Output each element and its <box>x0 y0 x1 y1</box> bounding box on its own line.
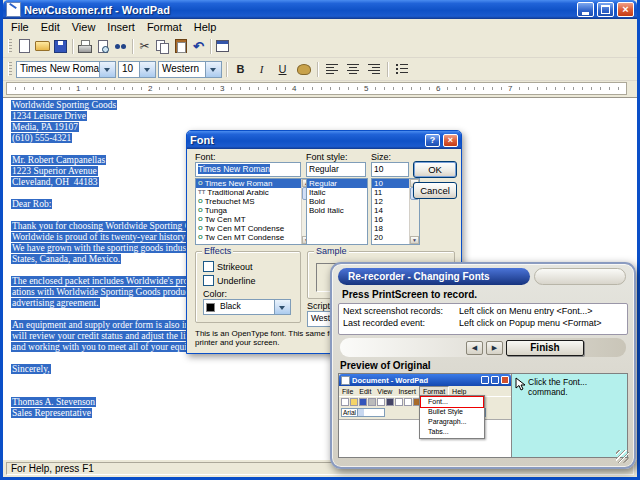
font-list-item[interactable]: OTw Cen MT Condense <box>196 224 302 233</box>
font-color-button[interactable] <box>294 61 313 78</box>
wordpad-icon <box>6 2 21 17</box>
recorder-window: Re-recorder - Changing Fonts Press Print… <box>330 262 636 469</box>
save-icon[interactable] <box>52 38 69 54</box>
palette-icon <box>297 64 311 75</box>
menu-item-view[interactable]: View <box>66 20 102 34</box>
print-preview-icon[interactable] <box>94 38 111 54</box>
script-combo[interactable]: Western <box>158 61 222 78</box>
strikeout-checkbox[interactable]: Strikeout <box>203 261 253 272</box>
maximize-button[interactable] <box>597 2 614 17</box>
style-list-item[interactable]: Bold Italic <box>307 206 367 215</box>
nav-back-button[interactable]: ◀ <box>466 341 483 355</box>
font-list-item[interactable]: OTw Cen MT <box>196 215 302 224</box>
font-name-combo[interactable]: Times New Roman <box>16 61 116 78</box>
menu-item-insert[interactable]: Insert <box>101 20 141 34</box>
font-list-item[interactable]: OTimes New Roman <box>196 179 302 188</box>
help-button[interactable]: ? <box>425 134 440 147</box>
minimize-button[interactable] <box>577 2 594 17</box>
font-input[interactable]: Times New Roman <box>195 162 301 177</box>
mini-popup-item-tabs: Tabs... <box>421 427 483 437</box>
preview-box: Document - WordPad FileEditViewInsertFor… <box>338 373 628 458</box>
font-size-combo[interactable]: 10 <box>118 61 156 78</box>
size-list-item[interactable]: 20 <box>372 233 410 242</box>
font-list-item[interactable]: OTunga <box>196 206 302 215</box>
align-right-button[interactable] <box>364 61 383 78</box>
font-style-listbox: RegularItalicBoldBold Italic <box>306 178 368 245</box>
effects-label: Effects <box>202 246 233 256</box>
mini-wordpad-icon <box>341 376 350 385</box>
cut-icon[interactable]: ✂ <box>136 38 153 54</box>
find-icon[interactable] <box>112 38 129 54</box>
scroll-down-icon[interactable]: ▼ <box>410 236 419 244</box>
font-style-input[interactable]: Regular <box>306 162 366 177</box>
mini-preview-icon <box>377 398 385 406</box>
chevron-down-icon[interactable] <box>274 300 290 314</box>
bullets-button[interactable] <box>392 61 411 78</box>
selected-text: The enclosed packet includes Worldwide's… <box>11 276 206 286</box>
document-line[interactable]: Worldwide Sporting Goods <box>11 100 637 111</box>
size-list-item[interactable]: 11 <box>372 188 410 197</box>
nav-forward-button[interactable]: ▶ <box>486 341 503 355</box>
align-center-button[interactable] <box>343 61 362 78</box>
mini-popup-item-bullet-style: Bullet Style <box>421 407 483 417</box>
minimize-icon <box>582 12 589 15</box>
open-icon[interactable] <box>34 38 51 54</box>
style-list-item[interactable]: Regular <box>307 179 367 188</box>
size-list-item[interactable]: 10 <box>372 179 410 188</box>
selected-text: Media, PA 19107 <box>11 122 79 132</box>
color-combo[interactable]: Black <box>203 299 291 315</box>
formatbar-grip[interactable] <box>8 62 12 76</box>
opentype-icon: O <box>198 179 203 188</box>
ok-button[interactable]: OK <box>413 161 457 178</box>
cancel-button[interactable]: Cancel <box>413 182 457 199</box>
chevron-down-icon[interactable] <box>139 62 155 77</box>
undo-icon[interactable]: ↶ <box>190 38 207 54</box>
selected-text: Worldwide is proud of its twenty-year hi… <box>11 232 207 242</box>
next-record-row: Next screenshot records: Left click on M… <box>339 304 627 316</box>
mini-minimize-button <box>481 376 489 384</box>
font-listbox: OTimes New RomanTTTraditional ArabicOTre… <box>195 178 312 245</box>
recorder-title[interactable]: Re-recorder - Changing Fonts <box>338 268 530 285</box>
finish-button[interactable]: Finish <box>506 340 584 356</box>
italic-button[interactable]: I <box>252 61 271 78</box>
menu-item-help[interactable]: Help <box>188 20 223 34</box>
chevron-down-icon[interactable] <box>205 62 221 77</box>
underline-button[interactable]: U <box>273 61 292 78</box>
style-list-item[interactable]: Bold <box>307 197 367 206</box>
size-list-item[interactable]: 18 <box>372 224 410 233</box>
close-button[interactable]: × <box>617 2 634 17</box>
font-list-item[interactable]: OTrebuchet MS <box>196 197 302 206</box>
new-document-icon[interactable] <box>16 38 33 54</box>
selected-text: and working with you to meet all of your… <box>11 342 212 352</box>
resize-grip[interactable] <box>616 450 629 463</box>
datetime-icon[interactable] <box>214 38 231 54</box>
toolbar-grip[interactable] <box>8 39 12 53</box>
size-list-item[interactable]: 16 <box>372 215 410 224</box>
dialog-close-button[interactable]: × <box>443 134 458 147</box>
recorder-instruction: Press PrintScreen to record. <box>342 289 626 300</box>
style-list-item[interactable]: Italic <box>307 188 367 197</box>
paste-icon[interactable] <box>172 38 189 54</box>
bold-button[interactable]: B <box>231 61 250 78</box>
size-list-item[interactable]: 14 <box>372 206 410 215</box>
menu-item-file[interactable]: File <box>5 20 35 34</box>
size-list-item[interactable]: 12 <box>372 197 410 206</box>
size-input[interactable]: 10 <box>371 162 409 177</box>
menu-item-format[interactable]: Format <box>141 20 188 34</box>
document-line[interactable]: 1234 Leisure Drive <box>11 111 637 122</box>
align-left-button[interactable] <box>322 61 341 78</box>
copy-icon[interactable] <box>154 38 171 54</box>
separator <box>387 62 388 77</box>
print-icon[interactable] <box>76 38 93 54</box>
ruler-number: 7 <box>507 83 513 94</box>
font-list-item[interactable]: OTw Cen MT Condense <box>196 233 302 242</box>
menu-item-edit[interactable]: Edit <box>35 20 66 34</box>
last-event-label: Last recorded event: <box>343 318 459 328</box>
underline-checkbox[interactable]: Underline <box>203 275 256 286</box>
menu-bar: FileEditViewInsertFormatHelp <box>3 19 637 35</box>
selected-text: An equipment and supply order form is al… <box>11 320 211 330</box>
ruler[interactable]: 1234567 <box>6 82 627 95</box>
font-list-item[interactable]: TTTraditional Arabic <box>196 188 302 197</box>
chevron-down-icon[interactable] <box>99 62 115 77</box>
separator <box>317 62 318 77</box>
